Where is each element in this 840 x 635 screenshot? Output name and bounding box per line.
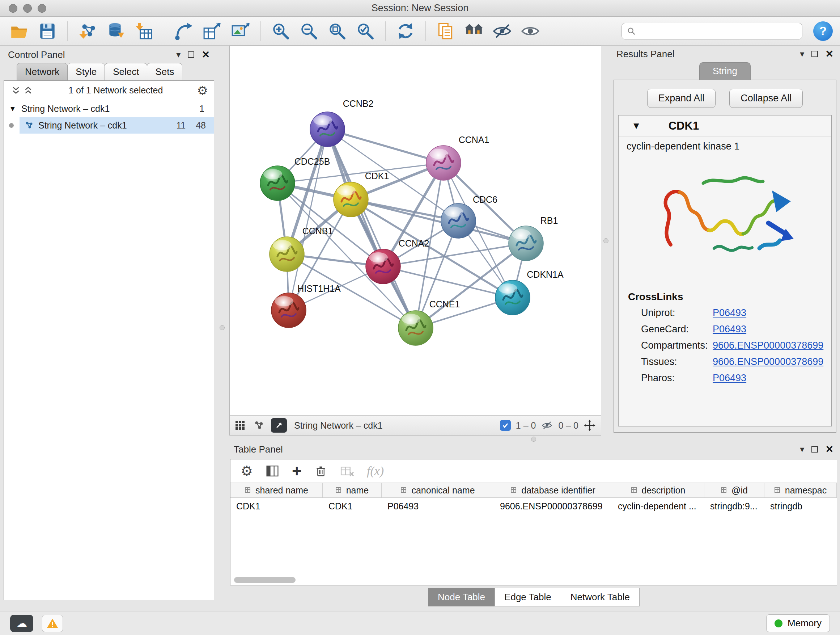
column-header-database-identifier[interactable]: database identifier <box>494 483 612 497</box>
tab-select[interactable]: Select <box>104 63 147 80</box>
show-columns-icon[interactable] <box>265 464 279 478</box>
zoom-out-button[interactable] <box>297 19 321 43</box>
copy-document-button[interactable] <box>434 19 458 43</box>
table-settings-gear-icon[interactable]: ⚙ <box>240 464 253 478</box>
close-panel-icon[interactable]: ✕ <box>825 49 834 59</box>
splitter-handle[interactable] <box>531 437 536 442</box>
pan-crosshair-icon[interactable] <box>584 419 596 432</box>
string-home-button[interactable] <box>462 19 486 43</box>
close-panel-icon[interactable]: ✕ <box>202 50 210 60</box>
cell-id[interactable]: stringdb:9... <box>704 501 764 511</box>
cloud-button[interactable]: ☁ <box>10 615 33 632</box>
search-input[interactable] <box>639 25 797 36</box>
save-session-button[interactable] <box>35 19 59 43</box>
cell-name[interactable]: CDK1 <box>323 501 382 511</box>
network-edge[interactable] <box>351 200 526 243</box>
tab-style[interactable]: Style <box>67 63 105 80</box>
delete-table-icon[interactable] <box>340 464 355 478</box>
network-node-CDC6[interactable] <box>441 203 476 238</box>
expand-all-icon[interactable] <box>22 84 34 97</box>
network-edge[interactable] <box>383 266 513 298</box>
warnings-button[interactable] <box>42 615 63 632</box>
export-image-button[interactable] <box>229 19 253 43</box>
splitter-handle[interactable] <box>219 325 225 330</box>
cell-shared-name[interactable]: CDK1 <box>231 501 323 511</box>
cell-namespace[interactable]: stringdb <box>764 501 837 511</box>
network-node-CCNB1[interactable] <box>270 237 304 272</box>
import-table-button[interactable] <box>132 19 156 43</box>
crosslink-pharos-link[interactable]: P06493 <box>713 372 746 384</box>
panel-menu-icon[interactable]: ▾ <box>176 50 180 59</box>
close-window-button[interactable] <box>9 4 17 13</box>
tree-expand-icon[interactable]: ▼ <box>9 105 16 113</box>
zoom-fit-button[interactable] <box>325 19 349 43</box>
network-row-highlight[interactable]: String Network – cdk1 11 48 <box>19 117 214 134</box>
network-node-CDKN1A[interactable] <box>495 280 530 315</box>
close-panel-icon[interactable]: ✕ <box>825 445 834 454</box>
tab-network-table[interactable]: Network Table <box>561 588 639 606</box>
network-options-gear-icon[interactable]: ⚙ <box>197 84 208 97</box>
zoom-window-button[interactable] <box>38 4 46 13</box>
network-node-CCNE1[interactable] <box>398 310 433 345</box>
network-edge[interactable] <box>327 129 416 328</box>
collapse-all-button[interactable]: Collapse All <box>729 89 803 108</box>
grid-mode-icon[interactable] <box>235 420 246 431</box>
memory-button[interactable]: Memory <box>766 614 830 632</box>
collapse-all-icon[interactable] <box>10 84 22 97</box>
network-collection-row[interactable]: ▼ String Network – cdk1 1 <box>4 100 214 117</box>
network-node-CDC25B[interactable] <box>260 166 295 201</box>
network-row[interactable]: String Network – cdk1 11 48 <box>4 117 214 134</box>
zoom-in-button[interactable] <box>269 19 293 43</box>
cell-description[interactable]: cyclin-dependent ... <box>612 501 704 511</box>
network-canvas[interactable]: CCNB2CCNA1CDC25BCDK1CDC6RB1CCNB1CCNA2CDK… <box>230 46 601 415</box>
expand-all-button[interactable]: Expand All <box>647 89 716 108</box>
delete-column-trash-icon[interactable] <box>314 464 328 478</box>
network-node-RB1[interactable] <box>508 226 543 261</box>
import-network-database-button[interactable] <box>104 19 128 43</box>
column-header-description[interactable]: description <box>612 483 704 497</box>
cell-database-identifier[interactable]: 9606.ENSP00000378699 <box>494 501 612 511</box>
tab-string[interactable]: String <box>699 62 751 80</box>
birdseye-toggle[interactable] <box>271 418 287 432</box>
open-session-button[interactable] <box>7 19 31 43</box>
network-node-CCNA1[interactable] <box>426 146 461 180</box>
network-node-CDK1[interactable] <box>333 182 368 217</box>
column-header-id[interactable]: @id <box>704 483 764 497</box>
zoom-selected-button[interactable] <box>354 19 377 43</box>
collapse-gene-icon[interactable]: ▼ <box>632 120 641 131</box>
import-network-file-button[interactable] <box>76 19 99 43</box>
column-header-name[interactable]: name <box>323 483 382 497</box>
network-node-CCNB2[interactable] <box>310 112 345 147</box>
network-edge[interactable] <box>327 129 444 163</box>
first-neighbors-button[interactable] <box>172 19 196 43</box>
help-button[interactable]: ? <box>813 21 833 41</box>
float-panel-icon[interactable] <box>812 446 818 453</box>
crosslink-genecard-link[interactable]: P06493 <box>713 324 746 335</box>
export-network-button[interactable] <box>201 19 224 43</box>
cell-canonical-name[interactable]: P06493 <box>382 501 494 511</box>
hide-glass-button[interactable] <box>490 19 514 43</box>
crosslink-uniprot-link[interactable]: P06493 <box>713 307 746 318</box>
crosslink-tissues-link[interactable]: 9606.ENSP00000378699 <box>713 356 823 367</box>
tab-node-table[interactable]: Node Table <box>428 588 495 606</box>
panel-menu-icon[interactable]: ▾ <box>800 445 804 454</box>
crosslink-compartments-link[interactable]: 9606.ENSP00000378699 <box>713 340 823 351</box>
column-header-canonical-name[interactable]: canonical name <box>382 483 494 497</box>
tab-edge-table[interactable]: Edge Table <box>494 588 561 606</box>
function-builder-icon[interactable]: f(x) <box>367 464 384 478</box>
network-view[interactable]: CCNB2CCNA1CDC25BCDK1CDC6RB1CCNB1CCNA2CDK… <box>229 46 601 435</box>
float-panel-icon[interactable] <box>188 51 194 58</box>
table-row[interactable]: CDK1 CDK1 P06493 9606.ENSP00000378699 cy… <box>231 498 837 515</box>
show-glass-button[interactable] <box>518 19 542 43</box>
network-node-CCNA2[interactable] <box>366 249 401 284</box>
panel-menu-icon[interactable]: ▾ <box>800 50 804 58</box>
network-node-HIST1H1A[interactable] <box>271 293 306 328</box>
gene-card-header[interactable]: ▼ CDK1 <box>619 116 831 136</box>
selected-checkbox-icon[interactable] <box>500 420 511 431</box>
horizontal-scrollbar-thumb[interactable] <box>234 577 295 583</box>
apply-layout-button[interactable] <box>393 19 417 43</box>
add-column-icon[interactable]: + <box>292 463 302 479</box>
column-header-shared-name[interactable]: shared name <box>231 483 323 497</box>
tab-sets[interactable]: Sets <box>147 63 182 80</box>
tab-network[interactable]: Network <box>17 63 68 80</box>
